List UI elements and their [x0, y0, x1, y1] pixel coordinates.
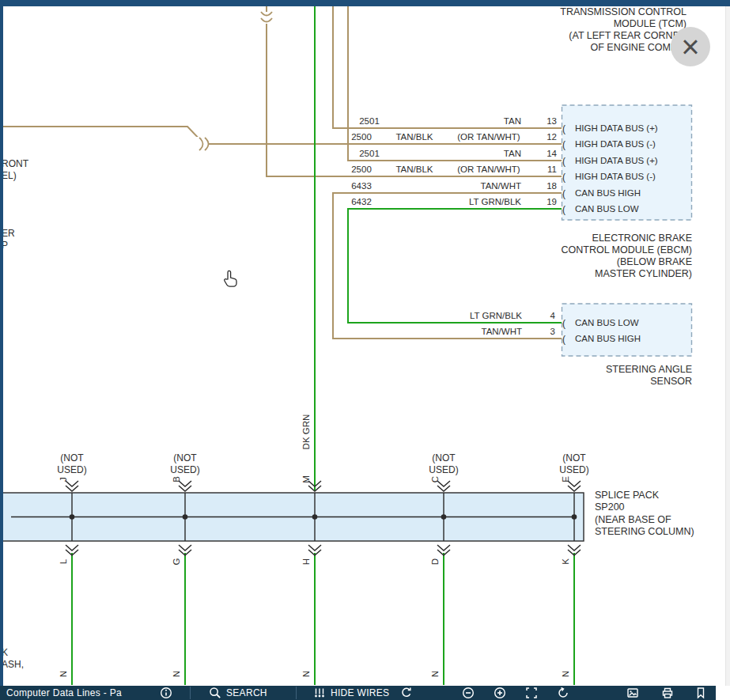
svg-text:TAN/WHT: TAN/WHT: [481, 327, 522, 336]
sas-connector-box[interactable]: [562, 304, 692, 356]
svg-text:18: 18: [547, 181, 557, 191]
svg-text:SP200: SP200: [595, 501, 625, 513]
svg-text:(NOT: (NOT: [432, 452, 456, 464]
svg-text:CAN BUS LOW: CAN BUS LOW: [575, 318, 639, 327]
svg-text:2500: 2500: [351, 132, 372, 142]
toolbar-divider: [296, 687, 297, 699]
svg-text:11: 11: [547, 165, 557, 174]
svg-text:(OR TAN/WHT): (OR TAN/WHT): [457, 165, 520, 174]
svg-text:(: (: [562, 204, 565, 215]
svg-text:(BELOW BRAKE: (BELOW BRAKE: [617, 256, 692, 267]
svg-text:D: D: [430, 558, 440, 565]
svg-text:RONT: RONT: [2, 158, 29, 169]
info-button[interactable]: [160, 686, 172, 700]
svg-text:EL): EL): [2, 170, 17, 181]
svg-text:E: E: [561, 476, 570, 482]
svg-text:STEERING ANGLE: STEERING ANGLE: [606, 364, 692, 375]
svg-text:ASH,: ASH,: [2, 659, 24, 670]
zoom-in-button[interactable]: [494, 686, 506, 700]
image-button[interactable]: [626, 686, 639, 700]
svg-text:N: N: [561, 671, 570, 677]
scrollbar-track[interactable]: [725, 6, 730, 686]
svg-text:MASTER CYLINDER): MASTER CYLINDER): [595, 268, 692, 279]
svg-text:13: 13: [547, 116, 557, 126]
reset-view-button[interactable]: [400, 686, 413, 700]
svg-text:USED): USED): [170, 464, 199, 475]
wiring-diagram-canvas: ( ( ( ( ( ( ( ( TRANSMISSION CONTROL MOD…: [0, 0, 730, 700]
svg-text:19: 19: [547, 197, 557, 206]
toolbar-title: Computer Data Lines - Pa: [6, 686, 122, 700]
search-button[interactable]: SEARCH: [209, 686, 267, 700]
reset-icon: [400, 687, 413, 699]
print-button[interactable]: [661, 686, 674, 700]
wire-6432-lt-grn-blk-can-low[interactable]: [348, 209, 562, 323]
splice-pack-label: SPLICE PACK SP200 (NEAR BASE OF STEERING…: [595, 490, 694, 537]
not-used-labels: (NOT USED) (NOT USED) (NOT USED) (NOT US…: [57, 452, 588, 475]
svg-text:N: N: [430, 671, 440, 677]
fit-screen-button[interactable]: [525, 686, 538, 700]
zoom-out-button[interactable]: [462, 686, 475, 700]
toolbar-divider: [190, 687, 191, 699]
svg-text:6432: 6432: [351, 197, 372, 206]
svg-text:USED): USED): [559, 464, 588, 475]
svg-text:14: 14: [547, 149, 557, 158]
svg-text:L: L: [59, 558, 68, 564]
svg-text:2501: 2501: [359, 149, 380, 158]
svg-text:TAN: TAN: [504, 116, 521, 126]
svg-text:H: H: [301, 558, 311, 565]
svg-text:STEERING COLUMN): STEERING COLUMN): [595, 526, 694, 537]
svg-text:(: (: [562, 156, 565, 167]
rotate-button[interactable]: [557, 686, 569, 700]
zoom-in-icon: [494, 687, 506, 699]
tcm-label: TRANSMISSION CONTROL MODULE (TCM) (AT LE…: [560, 6, 687, 53]
hide-wires-button[interactable]: HIDE WIRES: [313, 686, 389, 700]
image-icon: [626, 687, 639, 699]
svg-text:(: (: [562, 123, 565, 134]
svg-text:(: (: [562, 172, 565, 183]
svg-text:CAN BUS HIGH: CAN BUS HIGH: [575, 334, 641, 343]
svg-text:4: 4: [550, 311, 556, 320]
svg-text:12: 12: [547, 132, 557, 142]
svg-text:SPLICE PACK: SPLICE PACK: [595, 490, 660, 501]
wire-2501-tan-pin14[interactable]: [348, 6, 562, 161]
svg-text:LT GRN/BLK: LT GRN/BLK: [469, 197, 521, 206]
info-icon: [160, 687, 172, 699]
svg-text:M: M: [301, 475, 311, 483]
svg-text:N: N: [59, 671, 68, 677]
print-icon: [661, 687, 674, 699]
svg-text:CAN BUS HIGH: CAN BUS HIGH: [575, 188, 641, 198]
close-icon: ×: [681, 31, 699, 62]
svg-text:G: G: [172, 558, 181, 565]
mouse-cursor: [222, 269, 243, 293]
svg-text:K: K: [561, 558, 570, 565]
svg-text:N: N: [172, 671, 181, 677]
svg-text:(OR TAN/WHT): (OR TAN/WHT): [457, 132, 520, 142]
fit-screen-icon: [525, 687, 538, 699]
svg-text:ER: ER: [2, 228, 15, 239]
svg-text:(NOT: (NOT: [173, 452, 197, 464]
bookmark-button[interactable]: [694, 686, 707, 700]
svg-text:USED): USED): [429, 464, 458, 475]
app-window: ( ( ( ( ( ( ( ( TRANSMISSION CONTROL MOD…: [0, 0, 730, 700]
wire-2501-tan-pin13[interactable]: [333, 6, 562, 128]
svg-text:6433: 6433: [351, 181, 372, 191]
svg-text:C: C: [430, 476, 440, 482]
bookmark-icon: [694, 687, 707, 699]
zoom-out-icon: [462, 687, 475, 699]
close-button[interactable]: ×: [671, 27, 710, 66]
ebcm-label: ELECTRONIC BRAKE CONTROL MODULE (EBCM) (…: [561, 233, 692, 279]
splice-pack-sp200[interactable]: [0, 493, 584, 541]
wire-6433-tan-wht-can-high[interactable]: [333, 193, 562, 339]
svg-text:SENSOR: SENSOR: [650, 376, 692, 387]
window-top-border: [0, 0, 730, 6]
svg-text:ELECTRONIC BRAKE: ELECTRONIC BRAKE: [592, 233, 692, 244]
svg-text:(: (: [562, 318, 565, 329]
clipped-left-labels: RONT EL) ER P K ASH,: [2, 158, 29, 670]
svg-text:(AT LEFT REAR CORNER: (AT LEFT REAR CORNER: [569, 30, 687, 41]
svg-text:TAN: TAN: [504, 149, 521, 158]
svg-text:LT GRN/BLK: LT GRN/BLK: [470, 311, 522, 320]
svg-text:CONTROL MODULE (EBCM): CONTROL MODULE (EBCM): [561, 244, 692, 255]
svg-text:TAN/BLK: TAN/BLK: [395, 165, 433, 174]
svg-text:3: 3: [550, 327, 555, 336]
svg-text:(: (: [562, 334, 565, 345]
